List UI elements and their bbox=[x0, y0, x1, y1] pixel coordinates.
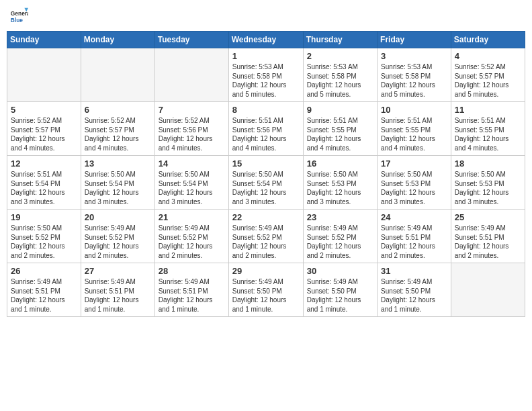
day-number: 17 bbox=[381, 158, 447, 169]
day-number: 20 bbox=[85, 212, 151, 222]
day-number: 31 bbox=[381, 266, 447, 276]
calendar-week-row: 19Sunrise: 5:50 AM Sunset: 5:52 PM Dayli… bbox=[7, 210, 525, 263]
calendar-cell: 12Sunrise: 5:51 AM Sunset: 5:54 PM Dayli… bbox=[7, 156, 81, 210]
day-number: 14 bbox=[159, 158, 225, 169]
weekday-header-row: SundayMondayTuesdayWednesdayThursdayFrid… bbox=[7, 32, 525, 48]
day-info: Sunrise: 5:50 AM Sunset: 5:54 PM Dayligh… bbox=[85, 170, 151, 206]
day-number: 4 bbox=[455, 51, 521, 61]
day-info: Sunrise: 5:51 AM Sunset: 5:56 PM Dayligh… bbox=[232, 116, 300, 152]
logo-icon: General Blue bbox=[9, 7, 28, 26]
calendar-cell: 15Sunrise: 5:50 AM Sunset: 5:54 PM Dayli… bbox=[228, 156, 303, 210]
calendar-cell: 7Sunrise: 5:52 AM Sunset: 5:56 PM Daylig… bbox=[154, 102, 228, 156]
day-number: 21 bbox=[159, 212, 225, 222]
day-number: 10 bbox=[381, 105, 447, 115]
day-number: 25 bbox=[455, 212, 521, 222]
day-info: Sunrise: 5:53 AM Sunset: 5:58 PM Dayligh… bbox=[307, 62, 373, 99]
day-number: 1 bbox=[232, 51, 300, 61]
day-number: 8 bbox=[232, 105, 300, 115]
day-number: 3 bbox=[381, 51, 447, 61]
calendar-cell: 8Sunrise: 5:51 AM Sunset: 5:56 PM Daylig… bbox=[228, 102, 303, 156]
day-number: 15 bbox=[232, 158, 300, 169]
weekday-header-sunday: Sunday bbox=[7, 32, 81, 48]
day-info: Sunrise: 5:50 AM Sunset: 5:54 PM Dayligh… bbox=[159, 170, 225, 206]
day-number: 30 bbox=[307, 266, 373, 276]
day-info: Sunrise: 5:53 AM Sunset: 5:58 PM Dayligh… bbox=[232, 62, 300, 99]
day-info: Sunrise: 5:52 AM Sunset: 5:57 PM Dayligh… bbox=[11, 116, 77, 152]
day-number: 19 bbox=[11, 212, 77, 222]
calendar-cell bbox=[7, 48, 81, 102]
calendar-cell: 27Sunrise: 5:49 AM Sunset: 5:51 PM Dayli… bbox=[81, 263, 154, 317]
day-info: Sunrise: 5:51 AM Sunset: 5:55 PM Dayligh… bbox=[455, 116, 521, 152]
weekday-header-saturday: Saturday bbox=[451, 32, 525, 48]
calendar-cell: 5Sunrise: 5:52 AM Sunset: 5:57 PM Daylig… bbox=[7, 102, 81, 156]
day-number: 12 bbox=[11, 158, 77, 169]
calendar-cell: 23Sunrise: 5:49 AM Sunset: 5:52 PM Dayli… bbox=[303, 210, 377, 263]
calendar-cell bbox=[81, 48, 154, 102]
calendar-cell: 20Sunrise: 5:49 AM Sunset: 5:52 PM Dayli… bbox=[81, 210, 154, 263]
calendar-cell: 19Sunrise: 5:50 AM Sunset: 5:52 PM Dayli… bbox=[7, 210, 81, 263]
day-info: Sunrise: 5:51 AM Sunset: 5:55 PM Dayligh… bbox=[381, 116, 447, 152]
day-info: Sunrise: 5:49 AM Sunset: 5:52 PM Dayligh… bbox=[232, 224, 300, 260]
calendar-cell: 16Sunrise: 5:50 AM Sunset: 5:53 PM Dayli… bbox=[303, 156, 377, 210]
calendar-cell: 2Sunrise: 5:53 AM Sunset: 5:58 PM Daylig… bbox=[303, 48, 377, 102]
weekday-header-thursday: Thursday bbox=[303, 32, 377, 48]
day-number: 6 bbox=[85, 105, 151, 115]
day-number: 29 bbox=[232, 266, 300, 276]
day-info: Sunrise: 5:53 AM Sunset: 5:58 PM Dayligh… bbox=[381, 62, 447, 99]
weekday-header-tuesday: Tuesday bbox=[154, 32, 228, 48]
day-info: Sunrise: 5:49 AM Sunset: 5:50 PM Dayligh… bbox=[381, 277, 447, 314]
day-info: Sunrise: 5:49 AM Sunset: 5:50 PM Dayligh… bbox=[232, 277, 300, 314]
day-number: 28 bbox=[159, 266, 225, 276]
weekday-header-friday: Friday bbox=[378, 32, 451, 48]
day-info: Sunrise: 5:49 AM Sunset: 5:51 PM Dayligh… bbox=[455, 224, 521, 260]
calendar-cell: 6Sunrise: 5:52 AM Sunset: 5:57 PM Daylig… bbox=[81, 102, 154, 156]
calendar-cell: 31Sunrise: 5:49 AM Sunset: 5:50 PM Dayli… bbox=[378, 263, 451, 317]
calendar-cell bbox=[154, 48, 228, 102]
calendar-cell: 9Sunrise: 5:51 AM Sunset: 5:55 PM Daylig… bbox=[303, 102, 377, 156]
calendar-cell: 17Sunrise: 5:50 AM Sunset: 5:53 PM Dayli… bbox=[378, 156, 451, 210]
day-info: Sunrise: 5:50 AM Sunset: 5:53 PM Dayligh… bbox=[381, 170, 447, 206]
day-number: 9 bbox=[307, 105, 373, 115]
day-number: 2 bbox=[307, 51, 373, 61]
calendar-cell: 28Sunrise: 5:49 AM Sunset: 5:51 PM Dayli… bbox=[154, 263, 228, 317]
calendar-cell: 22Sunrise: 5:49 AM Sunset: 5:52 PM Dayli… bbox=[228, 210, 303, 263]
day-number: 5 bbox=[11, 105, 77, 115]
calendar-week-row: 5Sunrise: 5:52 AM Sunset: 5:57 PM Daylig… bbox=[7, 102, 525, 156]
svg-text:Blue: Blue bbox=[11, 17, 23, 24]
day-info: Sunrise: 5:50 AM Sunset: 5:54 PM Dayligh… bbox=[232, 170, 300, 206]
day-number: 26 bbox=[11, 266, 77, 276]
day-info: Sunrise: 5:49 AM Sunset: 5:51 PM Dayligh… bbox=[11, 277, 77, 314]
calendar-cell: 13Sunrise: 5:50 AM Sunset: 5:54 PM Dayli… bbox=[81, 156, 154, 210]
day-info: Sunrise: 5:52 AM Sunset: 5:56 PM Dayligh… bbox=[159, 116, 225, 152]
logo: General Blue bbox=[9, 7, 28, 26]
page-header: General Blue bbox=[7, 7, 525, 26]
calendar-cell: 21Sunrise: 5:49 AM Sunset: 5:52 PM Dayli… bbox=[154, 210, 228, 263]
calendar-cell: 18Sunrise: 5:50 AM Sunset: 5:53 PM Dayli… bbox=[451, 156, 525, 210]
day-info: Sunrise: 5:49 AM Sunset: 5:52 PM Dayligh… bbox=[307, 224, 373, 260]
svg-text:General: General bbox=[11, 10, 28, 17]
calendar-cell: 1Sunrise: 5:53 AM Sunset: 5:58 PM Daylig… bbox=[228, 48, 303, 102]
calendar-cell: 11Sunrise: 5:51 AM Sunset: 5:55 PM Dayli… bbox=[451, 102, 525, 156]
day-info: Sunrise: 5:50 AM Sunset: 5:53 PM Dayligh… bbox=[455, 170, 521, 206]
day-number: 16 bbox=[307, 158, 373, 169]
weekday-header-monday: Monday bbox=[81, 32, 154, 48]
calendar-cell: 29Sunrise: 5:49 AM Sunset: 5:50 PM Dayli… bbox=[228, 263, 303, 317]
day-number: 27 bbox=[85, 266, 151, 276]
calendar-week-row: 12Sunrise: 5:51 AM Sunset: 5:54 PM Dayli… bbox=[7, 156, 525, 210]
calendar-week-row: 26Sunrise: 5:49 AM Sunset: 5:51 PM Dayli… bbox=[7, 263, 525, 317]
day-info: Sunrise: 5:51 AM Sunset: 5:55 PM Dayligh… bbox=[307, 116, 373, 152]
day-number: 13 bbox=[85, 158, 151, 169]
day-info: Sunrise: 5:51 AM Sunset: 5:54 PM Dayligh… bbox=[11, 170, 77, 206]
calendar-cell: 4Sunrise: 5:52 AM Sunset: 5:57 PM Daylig… bbox=[451, 48, 525, 102]
day-info: Sunrise: 5:50 AM Sunset: 5:53 PM Dayligh… bbox=[307, 170, 373, 206]
calendar-cell: 30Sunrise: 5:49 AM Sunset: 5:50 PM Dayli… bbox=[303, 263, 377, 317]
calendar-cell: 3Sunrise: 5:53 AM Sunset: 5:58 PM Daylig… bbox=[378, 48, 451, 102]
day-info: Sunrise: 5:49 AM Sunset: 5:51 PM Dayligh… bbox=[381, 224, 447, 260]
day-number: 7 bbox=[159, 105, 225, 115]
day-number: 18 bbox=[455, 158, 521, 169]
calendar-cell: 10Sunrise: 5:51 AM Sunset: 5:55 PM Dayli… bbox=[378, 102, 451, 156]
day-info: Sunrise: 5:49 AM Sunset: 5:50 PM Dayligh… bbox=[307, 277, 373, 314]
calendar-cell: 25Sunrise: 5:49 AM Sunset: 5:51 PM Dayli… bbox=[451, 210, 525, 263]
calendar-cell: 26Sunrise: 5:49 AM Sunset: 5:51 PM Dayli… bbox=[7, 263, 81, 317]
calendar-cell: 14Sunrise: 5:50 AM Sunset: 5:54 PM Dayli… bbox=[154, 156, 228, 210]
